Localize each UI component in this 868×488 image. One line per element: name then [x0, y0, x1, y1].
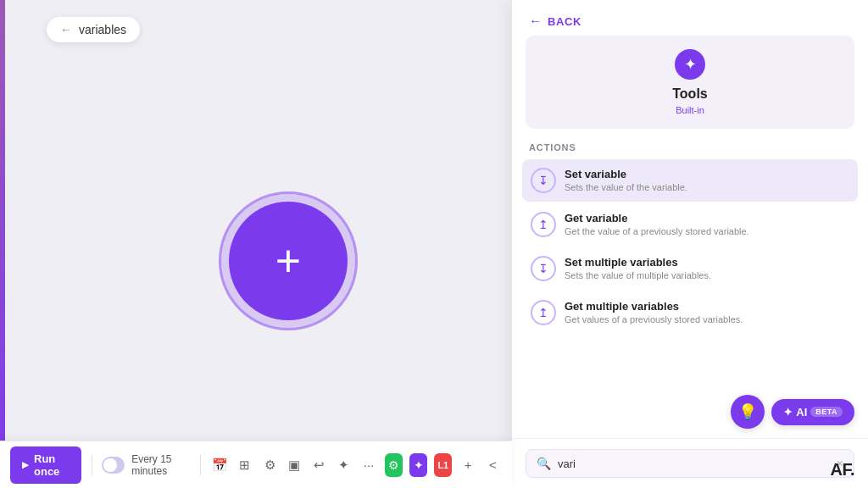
- get-variable-icon: ↥: [531, 212, 556, 237]
- get-multiple-icon: ↥: [531, 300, 556, 325]
- panel-back-button[interactable]: ← BACK: [512, 0, 868, 36]
- schedule-label: Every 15 minutes: [131, 453, 190, 477]
- run-once-button[interactable]: ▶ Run once: [10, 446, 81, 484]
- search-container: 🔍 vari ×: [512, 438, 868, 488]
- ai-label: AI: [796, 406, 807, 419]
- fab-area: 💡 ✦ AI BETA: [731, 395, 854, 429]
- toggle-knob: [103, 458, 117, 472]
- chevron-icon-btn[interactable]: <: [484, 453, 502, 477]
- toggle-switch[interactable]: [102, 457, 125, 474]
- action-item-get-variable[interactable]: ↥ Get variable Get the value of a previo…: [522, 203, 858, 246]
- module-icon-btn[interactable]: ▣: [286, 453, 303, 477]
- beta-badge: BETA: [810, 407, 843, 417]
- set-multiple-info: Set multiple variables Sets the value of…: [565, 256, 849, 280]
- purple-icon-btn[interactable]: ✦: [409, 453, 427, 477]
- back-text-label: BACK: [548, 15, 581, 28]
- schedule-toggle[interactable]: Every 15 minutes: [102, 453, 190, 477]
- action-item-set-multiple[interactable]: ↧ Set multiple variables Sets the value …: [522, 247, 858, 290]
- search-input[interactable]: vari: [558, 458, 830, 470]
- search-icon: 🔍: [537, 457, 551, 470]
- set-variable-name: Set variable: [565, 168, 849, 180]
- set-variable-info: Set variable Sets the value of the varia…: [565, 168, 849, 192]
- set-multiple-icon: ↧: [531, 256, 556, 281]
- red-label-btn[interactable]: L1: [434, 453, 452, 477]
- run-once-label: Run once: [34, 452, 70, 478]
- tools-header-card: ✦ Tools Built-in: [526, 36, 854, 129]
- green-icon-btn[interactable]: ⚙: [385, 453, 403, 477]
- action-item-set-variable[interactable]: ↧ Set variable Sets the value of the var…: [522, 159, 858, 202]
- set-variable-desc: Sets the value of the variable.: [565, 182, 849, 192]
- table-icon-btn[interactable]: ⊞: [236, 453, 253, 477]
- get-multiple-name: Get multiple variables: [565, 300, 849, 313]
- plus-icon: +: [275, 239, 301, 283]
- get-multiple-desc: Get values of a previously stored variab…: [565, 314, 849, 324]
- run-play-icon: ▶: [22, 460, 29, 469]
- ai-sparkle-icon: ✦: [783, 406, 793, 419]
- get-variable-info: Get variable Get the value of a previous…: [565, 212, 849, 236]
- ai-fab-button[interactable]: ✦ AI BETA: [771, 399, 854, 425]
- canvas-area: +: [0, 0, 509, 488]
- set-multiple-name: Set multiple variables: [565, 256, 849, 269]
- bottom-toolbar: ▶ Run once Every 15 minutes 📅 ⊞ ⚙ ▣ ↩ ✦ …: [0, 441, 512, 488]
- get-multiple-info: Get multiple variables Get values of a p…: [565, 300, 849, 324]
- wand-icon-btn[interactable]: ✦: [335, 453, 353, 477]
- undo-icon-btn[interactable]: ↩: [310, 453, 328, 477]
- back-arrow-icon: ←: [529, 14, 542, 29]
- tools-badge: Built-in: [676, 105, 704, 115]
- plus-icon-btn[interactable]: +: [459, 453, 476, 477]
- action-item-get-multiple[interactable]: ↥ Get multiple variables Get values of a…: [522, 291, 858, 334]
- tools-title: Tools: [672, 86, 707, 102]
- search-bar[interactable]: 🔍 vari ×: [526, 449, 854, 478]
- bulb-fab-button[interactable]: 💡: [731, 395, 765, 429]
- set-multiple-desc: Sets the value of multiple variables.: [565, 270, 849, 280]
- get-variable-desc: Get the value of a previously stored var…: [565, 226, 849, 236]
- tools-icon: ✦: [675, 49, 705, 80]
- divider-1: [92, 455, 92, 475]
- add-node-button[interactable]: +: [229, 202, 348, 320]
- set-variable-icon: ↧: [531, 168, 556, 193]
- actions-section-label: ACTIONS: [512, 139, 868, 159]
- watermark: AF.: [831, 460, 855, 480]
- get-variable-name: Get variable: [565, 212, 849, 225]
- calendar-icon-btn[interactable]: 📅: [211, 453, 229, 477]
- more-icon-btn[interactable]: ···: [359, 453, 377, 477]
- divider-2: [200, 455, 201, 475]
- settings-icon-btn[interactable]: ⚙: [260, 453, 278, 477]
